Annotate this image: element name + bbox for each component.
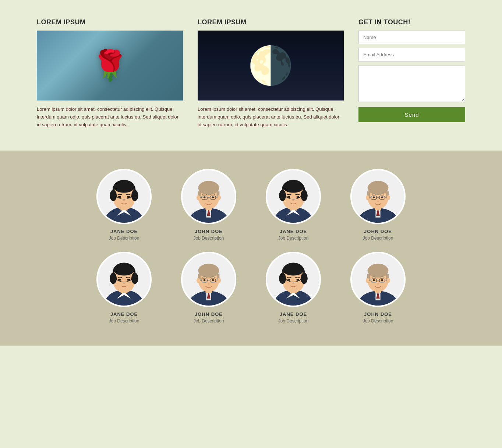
svg-point-113 [279, 273, 286, 284]
team-member: JOHN DOEJob Description [170, 169, 247, 241]
svg-point-135 [373, 279, 375, 281]
team-member: JANE DOEJob Description [85, 169, 163, 241]
svg-point-136 [381, 279, 383, 281]
svg-point-15 [123, 200, 125, 201]
member-job: Job Description [363, 236, 393, 241]
svg-point-22 [198, 181, 219, 195]
avatar [350, 169, 406, 224]
member-job: Job Description [278, 318, 309, 324]
contact-title: GET IN TOUCH! [358, 18, 465, 26]
svg-point-120 [292, 283, 294, 284]
svg-point-34 [218, 195, 221, 200]
team-member: JOHN DOEJob Description [339, 169, 417, 241]
name-input[interactable] [358, 31, 465, 44]
svg-point-49 [297, 196, 299, 198]
member-name: JANE DOE [280, 311, 307, 317]
team-section: JANE DOEJob Description [0, 151, 502, 346]
team-member: JANE DOEJob Description [85, 252, 163, 324]
team-member: JANE DOEJob Description [255, 169, 332, 241]
article-2: LOREM IPSUM Lorem ipsum dolor sit amet, … [198, 18, 344, 128]
member-name: JOHN DOE [364, 229, 392, 234]
avatar [266, 252, 321, 307]
contact-form-section: GET IN TOUCH! Send [358, 18, 465, 122]
svg-point-48 [289, 196, 290, 198]
svg-point-57 [368, 181, 389, 195]
article-1-title: LOREM IPSUM [37, 18, 183, 26]
svg-point-32 [208, 201, 210, 202]
article-2-text: Lorem ipsum dolor sit amet, consectetur … [198, 106, 344, 128]
avatar [266, 169, 321, 224]
svg-point-69 [387, 195, 390, 200]
member-job: Job Description [109, 318, 139, 324]
article-1: LOREM IPSUM Lorem ipsum dolor sit amet, … [37, 18, 183, 128]
message-input[interactable] [358, 65, 465, 102]
svg-point-78 [110, 273, 117, 284]
email-input[interactable] [358, 48, 465, 61]
svg-point-79 [131, 273, 138, 284]
team-grid: JANE DOEJob Description [85, 169, 417, 324]
svg-point-65 [373, 197, 375, 198]
team-member: JOHN DOEJob Description [339, 252, 417, 324]
article-2-image [198, 31, 344, 100]
svg-point-67 [377, 201, 379, 202]
member-name: JOHN DOE [195, 229, 223, 234]
svg-point-8 [110, 190, 117, 201]
svg-point-9 [131, 190, 138, 201]
send-button[interactable]: Send [358, 107, 465, 122]
svg-point-80 [114, 265, 135, 276]
svg-point-50 [292, 200, 294, 201]
svg-point-84 [128, 279, 130, 281]
member-name: JOHN DOE [364, 311, 392, 317]
svg-point-13 [119, 196, 121, 198]
member-job: Job Description [278, 236, 309, 241]
svg-point-33 [197, 195, 200, 200]
svg-point-66 [381, 197, 383, 198]
member-name: JANE DOE [110, 311, 138, 317]
svg-point-30 [204, 197, 206, 198]
svg-point-14 [128, 196, 130, 198]
top-section: LOREM IPSUM Lorem ipsum dolor sit amet, … [0, 0, 502, 151]
member-job: Job Description [194, 318, 224, 324]
avatar [96, 252, 152, 307]
avatar [181, 252, 236, 307]
team-member: JANE DOEJob Description [255, 252, 332, 324]
svg-point-83 [119, 279, 121, 281]
article-1-image [37, 31, 183, 100]
svg-point-103 [197, 278, 200, 283]
member-name: JANE DOE [280, 229, 307, 234]
svg-point-101 [212, 279, 214, 281]
svg-point-137 [377, 283, 379, 285]
svg-point-44 [301, 190, 308, 201]
svg-point-92 [198, 264, 219, 278]
member-job: Job Description [363, 318, 393, 324]
article-1-text: Lorem ipsum dolor sit amet, consectetur … [37, 106, 183, 128]
member-name: JANE DOE [110, 229, 138, 234]
svg-point-100 [204, 279, 206, 281]
svg-point-43 [279, 190, 286, 201]
svg-point-10 [114, 182, 135, 193]
member-job: Job Description [109, 236, 139, 241]
avatar [350, 252, 406, 307]
avatar [181, 169, 236, 224]
svg-point-45 [283, 182, 304, 193]
avatar [96, 169, 152, 224]
svg-point-68 [366, 195, 369, 200]
svg-point-139 [387, 278, 390, 283]
article-2-title: LOREM IPSUM [198, 18, 344, 26]
svg-point-138 [366, 278, 369, 283]
svg-point-118 [289, 279, 290, 281]
svg-point-119 [297, 279, 299, 281]
svg-point-127 [368, 264, 389, 278]
svg-point-114 [301, 273, 308, 284]
svg-point-85 [123, 283, 125, 284]
svg-point-115 [283, 265, 304, 276]
member-name: JOHN DOE [195, 311, 223, 317]
svg-point-104 [218, 278, 221, 283]
team-member: JOHN DOEJob Description [170, 252, 247, 324]
svg-point-102 [208, 283, 210, 285]
svg-point-31 [212, 197, 214, 198]
member-job: Job Description [194, 236, 224, 241]
